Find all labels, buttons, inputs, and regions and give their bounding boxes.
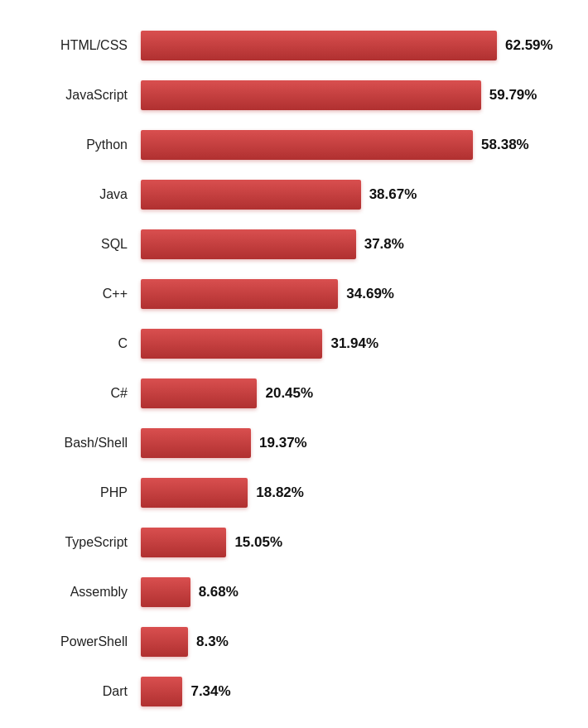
bar-fill bbox=[141, 31, 497, 60]
bar-label: Dart bbox=[25, 684, 141, 699]
bar-value: 7.34% bbox=[190, 683, 230, 700]
bar-track: 37.8% bbox=[141, 229, 563, 259]
bar-track: 15.05% bbox=[141, 528, 563, 557]
bar-track: 58.38% bbox=[141, 130, 563, 160]
bar-row: PowerShell8.3% bbox=[25, 621, 563, 663]
bar-value: 38.67% bbox=[369, 186, 417, 203]
bar-track: 31.94% bbox=[141, 329, 563, 359]
bar-fill bbox=[141, 577, 190, 607]
bar-value: 19.37% bbox=[259, 435, 307, 451]
bar-row: Java38.67% bbox=[25, 174, 563, 215]
bar-value: 34.69% bbox=[346, 286, 394, 302]
bar-label: JavaScript bbox=[25, 88, 141, 103]
bar-track: 19.37% bbox=[141, 428, 563, 458]
bar-track: 20.45% bbox=[141, 378, 563, 408]
bar-fill bbox=[141, 528, 226, 557]
bar-value: 59.79% bbox=[489, 87, 537, 104]
bar-label: Assembly bbox=[25, 585, 141, 600]
bar-fill bbox=[141, 627, 188, 657]
bar-label: PHP bbox=[25, 485, 141, 500]
bar-row: JavaScript59.79% bbox=[25, 75, 563, 116]
bar-value: 18.82% bbox=[256, 485, 304, 501]
bar-track: 8.68% bbox=[141, 577, 563, 607]
bar-label: C bbox=[25, 336, 141, 351]
bar-label: HTML/CSS bbox=[25, 38, 141, 53]
bar-track: 8.3% bbox=[141, 627, 563, 657]
bar-row: Assembly8.68% bbox=[25, 571, 563, 613]
bar-row: HTML/CSS62.59% bbox=[25, 25, 563, 66]
bar-row: Bash/Shell19.37% bbox=[25, 422, 563, 464]
bar-value: 62.59% bbox=[505, 37, 553, 54]
bar-fill bbox=[141, 329, 322, 359]
bar-track: 34.69% bbox=[141, 279, 563, 309]
bar-row: TypeScript15.05% bbox=[25, 522, 563, 563]
bar-label: Bash/Shell bbox=[25, 436, 141, 451]
bar-fill bbox=[141, 279, 338, 309]
bar-value: 20.45% bbox=[265, 385, 313, 402]
bar-fill bbox=[141, 130, 473, 160]
bar-row: C31.94% bbox=[25, 323, 563, 364]
bar-track: 59.79% bbox=[141, 80, 563, 110]
bar-fill bbox=[141, 229, 356, 259]
bar-label: C# bbox=[25, 386, 141, 401]
bar-value: 58.38% bbox=[481, 137, 529, 153]
bar-label: SQL bbox=[25, 237, 141, 252]
bar-value: 37.8% bbox=[364, 236, 404, 253]
bar-value: 31.94% bbox=[330, 335, 378, 352]
bar-row: SQL37.8% bbox=[25, 224, 563, 265]
bar-label: Python bbox=[25, 137, 141, 152]
bar-track: 62.59% bbox=[141, 31, 563, 60]
bar-fill bbox=[141, 80, 481, 110]
bar-chart: HTML/CSS62.59%JavaScript59.79%Python58.3… bbox=[25, 17, 563, 728]
bar-track: 38.67% bbox=[141, 180, 563, 210]
bar-row: Python58.38% bbox=[25, 124, 563, 166]
bar-label: Java bbox=[25, 187, 141, 202]
bar-track: 18.82% bbox=[141, 478, 563, 508]
bar-fill bbox=[141, 378, 257, 408]
bar-row: PHP18.82% bbox=[25, 472, 563, 513]
bar-fill bbox=[141, 478, 248, 508]
bar-track: 7.34% bbox=[141, 677, 563, 706]
bar-label: PowerShell bbox=[25, 634, 141, 649]
bar-row: Dart7.34% bbox=[25, 671, 563, 712]
bar-fill bbox=[141, 428, 251, 458]
bar-fill bbox=[141, 180, 361, 210]
bar-label: C++ bbox=[25, 287, 141, 301]
bar-fill bbox=[141, 677, 182, 706]
bar-row: C++34.69% bbox=[25, 273, 563, 315]
bar-value: 15.05% bbox=[234, 534, 282, 551]
bar-value: 8.3% bbox=[196, 634, 229, 650]
bar-value: 8.68% bbox=[199, 584, 239, 600]
bar-row: C#20.45% bbox=[25, 373, 563, 414]
bar-label: TypeScript bbox=[25, 535, 141, 550]
